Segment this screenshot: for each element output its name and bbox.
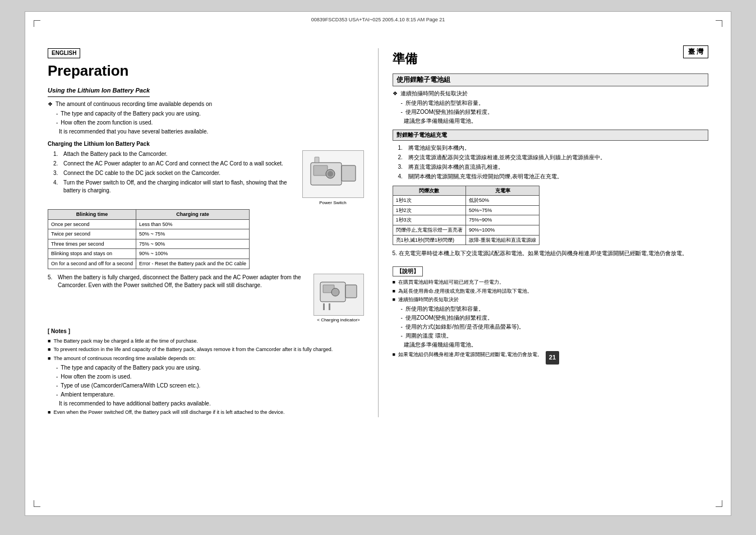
notes-section: [ Notes ] ■ The Battery pack may be char… — [48, 328, 364, 416]
battery-sub2: - How often the zoom function is used. — [56, 119, 364, 127]
charging-indicator-label: < Charging indicator> — [314, 317, 364, 323]
step1: 1. Attach the Battery pack to the Camcor… — [53, 150, 297, 158]
zh-sub2: - 使用ZOOM(變焦)拍攝的頻繁程度。 — [401, 108, 709, 116]
zh-steps-area: 1. 將電池組安裝到本機內。 2. 將交流電源適配器與交流電源線相連,並將交流電… — [393, 144, 709, 182]
zh-battery-title: 使用鋰離子電池組 — [393, 73, 709, 86]
svg-rect-7 — [345, 285, 357, 298]
zh-note1: ■ 在購買電池組時電池組可能已經充了一些電力。 — [393, 279, 709, 286]
battery-section: Using the Lithium Ion Battery Pack ❖ The… — [48, 86, 364, 135]
step5: 5. When the battery is fully charged, di… — [48, 274, 308, 289]
document-page: 00839FSCD353 USA+TAI~025 2005.4.10 8:15 … — [25, 11, 731, 516]
battery-sub3: It is recommended that you have several … — [56, 128, 364, 136]
notes-sub2: - How often the zoom is used. — [56, 373, 364, 381]
chinese-title: 準備 — [393, 50, 709, 68]
table-row: 1秒3次 75%~90% — [393, 215, 540, 225]
table-row: Blinking stops and stays on 90% ~ 100% — [48, 249, 250, 259]
note4: ■ Even when the Power switched Off, the … — [48, 409, 364, 416]
note2: ■ To prevent reduction in the life and c… — [48, 346, 364, 353]
zh-table-header-blink: 閃爍次數 — [393, 186, 466, 196]
zh-notes-sub4: - 周圍的溫度 環境。 — [401, 332, 709, 340]
zh-notes: 【說明】 ■ 在購買電池組時電池組可能已經充了一些電力。 ■ 為延長使用壽命,使… — [393, 262, 709, 365]
zh-notes-sub3: - 使用的方式(如錄影/拍照/是否使用液晶螢幕等)。 — [401, 323, 709, 331]
notes-sub1: - The type and capacity of the Battery p… — [56, 364, 364, 372]
charging-svg — [317, 276, 359, 313]
battery-bullet: ❖ The amount of continuous recording tim… — [48, 100, 364, 108]
svg-rect-10 — [323, 303, 325, 310]
charging-title: Charging the Lithium Ion Battery Pack — [48, 140, 364, 148]
zh-notes-title: 【說明】 — [393, 266, 423, 276]
table-row: 1秒2次 50%~75% — [393, 205, 540, 215]
step5-area: 5. When the battery is fully charged, di… — [48, 274, 364, 323]
steps-image-area: 1. Attach the Battery pack to the Camcor… — [48, 150, 364, 206]
step2: 2. Connect the AC Power adapter to an AC… — [53, 160, 297, 168]
zh-step2: 2. 將交流電源適配器與交流電源線相連,並將交流電源線插入到牆上的電源插座中。 — [398, 154, 709, 162]
zh-charging-title: 對鋰離子電池組充電 — [393, 130, 709, 141]
table-row: 1秒1次 低於50% — [393, 196, 540, 206]
two-col-layout: ENGLISH Preparation Using the Lithium Io… — [48, 48, 708, 417]
zh-steps-list: 1. 將電池組安裝到本機內。 2. 將交流電源適配器與交流電源線相連,並將交流電… — [398, 144, 709, 182]
page-number-badge: 21 — [546, 351, 559, 365]
note1: ■ The Battery pack may be charged a litt… — [48, 338, 364, 345]
lang-badge: ENGLISH — [48, 48, 80, 58]
camcorder-image — [302, 150, 364, 198]
charging-section: Charging the Lithium Ion Battery Pack 1.… — [48, 140, 364, 416]
svg-point-9 — [331, 288, 339, 296]
numbered-list: 1. Attach the Battery pack to the Camcor… — [53, 150, 297, 206]
bullet-sym: ❖ — [48, 100, 53, 108]
zh-step3: 3. 將直流電源線與本機的直流插孔相連。 — [398, 163, 709, 171]
corner-mark-tl — [34, 20, 40, 27]
zh-sub3: 建議您多準備幾組備用電池。 — [401, 117, 709, 125]
zh-step5: 5. 在充電完畢時從本機上取下交流電源試配器和電池。如果電池組仍與機身相連,即使… — [393, 250, 709, 257]
zh-battery-bullet: ❖ 連續拍攝時間的長短取決於 — [393, 90, 709, 98]
table-row: Once per second Less than 50% — [48, 219, 250, 229]
zh-blinking-table: 閃爍次數 充電率 1秒1次 低於50% 1秒2次 50%~75% — [393, 186, 540, 246]
step3: 3. Connect the DC cable to the DC jack s… — [53, 169, 297, 177]
right-column: 臺 灣 準備 使用鋰離子電池組 ❖ 連續拍攝時間的長短取決於 - 所使用 — [393, 48, 709, 417]
zh-sub1: - 所使用的電池組的型號和容量。 — [401, 99, 709, 107]
zh-battery-section: 使用鋰離子電池組 ❖ 連續拍攝時間的長短取決於 - 所使用的電池組的型號和容量。… — [393, 73, 709, 125]
zh-note2: ■ 為延長使用壽命,使用後或充飽電後,不用電池時請取下電池。 — [393, 288, 709, 295]
zh-notes-sub5: 建議您多準備幾組備用電池。 — [401, 341, 709, 349]
blinking-table: Blinking time Charging rate Once per sec… — [48, 209, 250, 269]
notes-sub4: - Ambient temperature. — [56, 391, 364, 399]
left-column: ENGLISH Preparation Using the Lithium Io… — [48, 48, 364, 417]
battery-section-title: Using the Lithium Ion Battery Pack — [48, 86, 150, 96]
charging-image-area: < Charging indicator> — [314, 274, 364, 323]
table-row: On for a second and off for a second Err… — [48, 259, 250, 269]
table-header-blink: Blinking time — [48, 209, 136, 219]
corner-mark-tr — [716, 20, 722, 27]
step5-text-area: 5. When the battery is fully charged, di… — [48, 274, 308, 323]
svg-rect-5 — [315, 157, 319, 163]
corner-mark-br — [716, 500, 722, 507]
note3: ■ The amount of continuous recording tim… — [48, 355, 364, 362]
svg-rect-11 — [329, 303, 330, 310]
charging-image — [314, 274, 364, 316]
battery-sub1: - The type and capacity of the Battery p… — [56, 110, 364, 118]
step4: 4. Turn the Power switch to Off, and the… — [53, 179, 297, 195]
page-container: 00839FSCD353 USA+TAI~025 2005.4.10 8:15 … — [0, 0, 756, 535]
taiwan-badge: 臺 灣 — [683, 45, 708, 58]
zh-step1: 1. 將電池組安裝到本機內。 — [398, 144, 709, 152]
table-header-rate: Charging rate — [136, 209, 249, 219]
power-switch-label: Power Switch — [302, 200, 364, 206]
zh-note-last: ■ 如果電池組仍與機身相連,即使電源開關已經斷電,電池仍會放電。 21 — [393, 351, 709, 365]
svg-point-4 — [328, 171, 333, 177]
notes-sub5: It is recommended to have additional bat… — [56, 400, 364, 408]
zh-step4: 4. 關閉本機的電源開關,充電指示燈開始閃爍,表明電池正在充電。 — [398, 173, 709, 181]
camcorder-illustration: Power Switch — [302, 150, 364, 206]
zh-charging-section: 對鋰離子電池組充電 1. 將電池組安裝到本機內。 2. 將交流電源適配器與交流電… — [393, 130, 709, 365]
camcorder-svg — [308, 154, 358, 193]
table-row: Three times per second 75% ~ 90% — [48, 239, 250, 249]
table-row: 亮1秒,滅1秒(閃爍1秒閃爍) 故障-重裝電池組和直流電源線 — [393, 235, 540, 245]
english-title: Preparation — [48, 61, 364, 81]
zh-note3: ■ 連續拍攝時間的長短取決於 — [393, 296, 709, 303]
zh-table-header-rate: 充電率 — [466, 186, 540, 196]
page-header-code: 00839FSCD353 USA+TAI~025 2005.4.10 8:15 … — [311, 16, 445, 24]
notes-title: [ Notes ] — [48, 328, 364, 335]
table-row: 閃爍停止,充電指示燈一直亮著 90%~100% — [393, 225, 540, 235]
notes-sub3: - Type of use (Camcorder/Camera/With LCD… — [56, 382, 364, 390]
corner-mark-bl — [34, 500, 40, 507]
svg-rect-1 — [342, 165, 356, 181]
zh-notes-sub1: - 所使用的電池組的型號和容量。 — [401, 305, 709, 313]
column-divider — [378, 48, 379, 417]
